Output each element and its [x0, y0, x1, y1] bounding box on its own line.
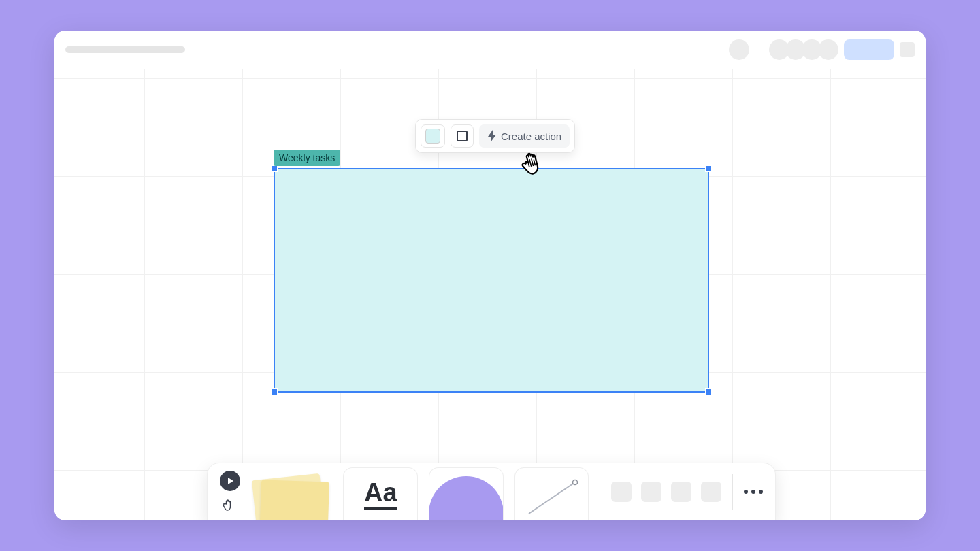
top-bar-right: [729, 39, 915, 60]
fill-color-swatch-icon: [425, 129, 440, 144]
board-title-placeholder[interactable]: [65, 46, 185, 53]
circle-shape-icon: [429, 476, 504, 520]
mode-switch-group: [220, 471, 240, 513]
collaborator-avatar[interactable]: [818, 39, 838, 60]
svg-point-5: [572, 480, 577, 485]
extra-tool-2[interactable]: [641, 482, 662, 502]
svg-line-2: [532, 158, 534, 166]
dot-icon: [751, 490, 755, 494]
create-action-label: Create action: [501, 131, 561, 142]
square-outline-icon: [457, 131, 468, 141]
text-tool-icon: Aa: [364, 480, 397, 510]
selected-rectangle-shape[interactable]: [274, 168, 709, 393]
connector-line-tool[interactable]: [514, 467, 589, 520]
bottom-toolbar: Aa: [207, 463, 776, 520]
extra-tool-4[interactable]: [701, 482, 721, 502]
extra-tool-1[interactable]: [611, 482, 632, 502]
grid-line: [242, 31, 243, 520]
resize-handle-top-left[interactable]: [271, 165, 278, 172]
svg-line-1: [529, 159, 532, 167]
pan-mode-button[interactable]: [220, 497, 236, 513]
create-action-button[interactable]: Create action: [479, 124, 570, 148]
resize-handle-bottom-right[interactable]: [705, 388, 712, 395]
vertical-separator: [759, 41, 760, 58]
toolbar-separator: [732, 474, 733, 510]
current-user-avatar[interactable]: [729, 39, 749, 60]
grid-line: [54, 78, 926, 79]
collaborator-avatars[interactable]: [769, 39, 838, 60]
toolbar-separator: [600, 474, 600, 510]
svg-line-0: [528, 163, 529, 167]
shape-name-label: Weekly tasks: [274, 150, 340, 166]
resize-handle-bottom-left[interactable]: [271, 388, 278, 395]
dot-icon: [744, 490, 748, 494]
lightning-icon: [487, 130, 497, 142]
grid-line: [830, 31, 831, 520]
sticky-note-tool[interactable]: [251, 467, 332, 520]
grid-line: [144, 31, 145, 520]
top-bar: [54, 31, 926, 69]
whiteboard-canvas[interactable]: Weekly tasks Create action: [54, 31, 926, 520]
share-button[interactable]: [844, 39, 894, 60]
more-tools-button[interactable]: [744, 490, 763, 494]
hand-icon: [221, 498, 235, 512]
play-icon: [226, 477, 234, 485]
fill-color-button[interactable]: [421, 124, 445, 148]
shape-style-button[interactable]: [451, 124, 474, 148]
text-tool[interactable]: Aa: [343, 467, 418, 520]
svg-line-3: [534, 159, 535, 165]
extra-tool-3[interactable]: [671, 482, 691, 502]
sticky-note-icon: [258, 475, 326, 520]
selection-context-toolbar: Create action: [415, 119, 575, 153]
connector-line-icon: [526, 478, 579, 516]
menu-button[interactable]: [900, 42, 915, 57]
grid-line: [732, 31, 733, 520]
shape-tool[interactable]: [429, 467, 504, 520]
app-window: Weekly tasks Create action: [54, 31, 926, 520]
extra-tools-group: [611, 482, 721, 502]
dot-icon: [759, 490, 763, 494]
resize-handle-top-right[interactable]: [705, 165, 712, 172]
svg-line-4: [529, 482, 575, 514]
present-mode-button[interactable]: [220, 471, 240, 491]
